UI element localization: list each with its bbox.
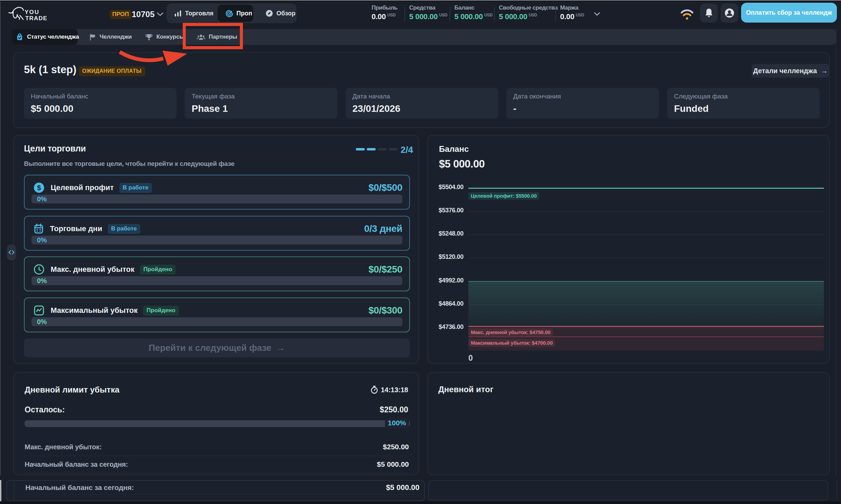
svg-text:$: $ bbox=[37, 184, 41, 191]
